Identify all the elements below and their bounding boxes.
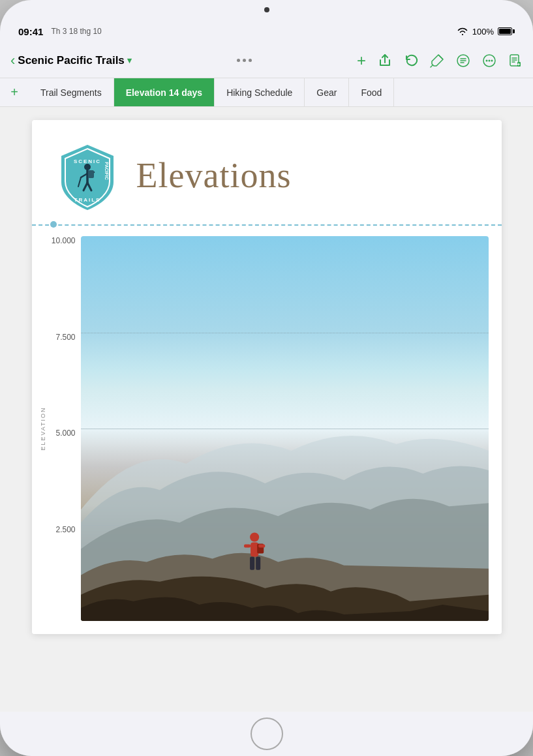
svg-point-13 xyxy=(250,532,259,541)
tab-trail-segments[interactable]: Trail Segments xyxy=(29,78,114,106)
nav-title-chevron-icon[interactable]: ▾ xyxy=(127,55,132,65)
device: 09:41 Th 3 18 thg 10 100% ‹ Scen xyxy=(0,0,533,756)
home-button[interactable] xyxy=(251,718,283,750)
page-card: SCENIC PACIFIC TRAILS Elevations xyxy=(32,120,502,634)
y-axis-labels: 10.000 7.500 5.000 2.500 xyxy=(45,236,81,621)
wifi-icon xyxy=(457,27,468,36)
svg-point-4 xyxy=(491,59,493,61)
svg-rect-17 xyxy=(244,545,251,548)
y-label-5000: 5.000 xyxy=(55,429,75,438)
tab-add-button[interactable]: + xyxy=(0,85,29,100)
spreadsheet-area[interactable]: SCENIC PACIFIC TRAILS Elevations xyxy=(0,107,533,712)
battery-icon xyxy=(498,27,515,35)
tab-hiking-schedule[interactable]: Hiking Schedule xyxy=(215,78,305,106)
add-button[interactable]: + xyxy=(357,52,366,70)
tab-food[interactable]: Food xyxy=(349,78,394,106)
status-date: Th 3 18 thg 10 xyxy=(51,27,101,36)
svg-text:TRAILS: TRAILS xyxy=(74,197,100,203)
nav-bar: ‹ Scenic Pacific Trails ▾ + xyxy=(0,43,533,78)
svg-point-2 xyxy=(486,59,488,61)
page-title: Elevations xyxy=(136,155,292,196)
share-button[interactable] xyxy=(378,53,392,68)
y-label-2500: 2.500 xyxy=(55,525,75,534)
chart-y-axis: ELEVATION 10.000 7.500 5.000 2.500 xyxy=(45,236,81,621)
nav-dot-2 xyxy=(243,59,246,62)
y-label-7500: 7.500 xyxy=(55,333,75,342)
format-button[interactable] xyxy=(456,53,470,68)
status-time: 09:41 xyxy=(18,26,43,37)
nav-dot-1 xyxy=(237,59,240,62)
main-content: SCENIC PACIFIC TRAILS Elevations xyxy=(0,107,533,712)
y-axis-title: ELEVATION xyxy=(40,406,46,450)
chart-image xyxy=(81,236,489,621)
annotation-button[interactable] xyxy=(430,53,444,68)
dashed-dot xyxy=(50,221,57,228)
y-label-10000: 10.000 xyxy=(52,236,76,245)
tab-gear[interactable]: Gear xyxy=(305,78,349,106)
chart-container: ELEVATION 10.000 7.500 5.000 2.500 xyxy=(32,226,502,634)
nav-title: Scenic Pacific Trails ▾ xyxy=(18,54,131,67)
page-header: SCENIC PACIFIC TRAILS Elevations xyxy=(32,120,502,226)
svg-rect-15 xyxy=(250,557,254,570)
svg-rect-18 xyxy=(258,545,265,548)
nav-dots-center xyxy=(132,59,357,62)
bottom-bar xyxy=(0,712,533,756)
battery-percent: 100% xyxy=(472,27,494,37)
device-top-bar xyxy=(0,0,533,20)
undo-button[interactable] xyxy=(404,53,418,68)
svg-text:PACIFIC: PACIFIC xyxy=(104,162,109,179)
logo-badge: SCENIC PACIFIC TRAILS xyxy=(52,140,123,211)
svg-point-3 xyxy=(489,59,491,61)
svg-text:SCENIC: SCENIC xyxy=(73,159,100,164)
tabs-bar: + Trail Segments Elevation 14 days Hikin… xyxy=(0,78,533,107)
nav-actions: + xyxy=(357,52,523,70)
tab-elevation-14-days[interactable]: Elevation 14 days xyxy=(114,78,215,106)
mountain-scene xyxy=(81,236,489,621)
svg-rect-16 xyxy=(256,557,260,570)
chart-wrap: ELEVATION 10.000 7.500 5.000 2.500 xyxy=(45,236,489,621)
nav-title-text: Scenic Pacific Trails xyxy=(18,54,124,67)
nav-dot-3 xyxy=(249,59,252,62)
svg-rect-8 xyxy=(88,170,94,178)
more-button[interactable] xyxy=(482,53,496,68)
camera-dot xyxy=(264,7,269,12)
back-button[interactable]: ‹ xyxy=(10,52,15,69)
status-right: 100% xyxy=(457,27,515,37)
status-bar: 09:41 Th 3 18 thg 10 100% xyxy=(0,20,533,43)
document-button[interactable] xyxy=(508,53,523,68)
